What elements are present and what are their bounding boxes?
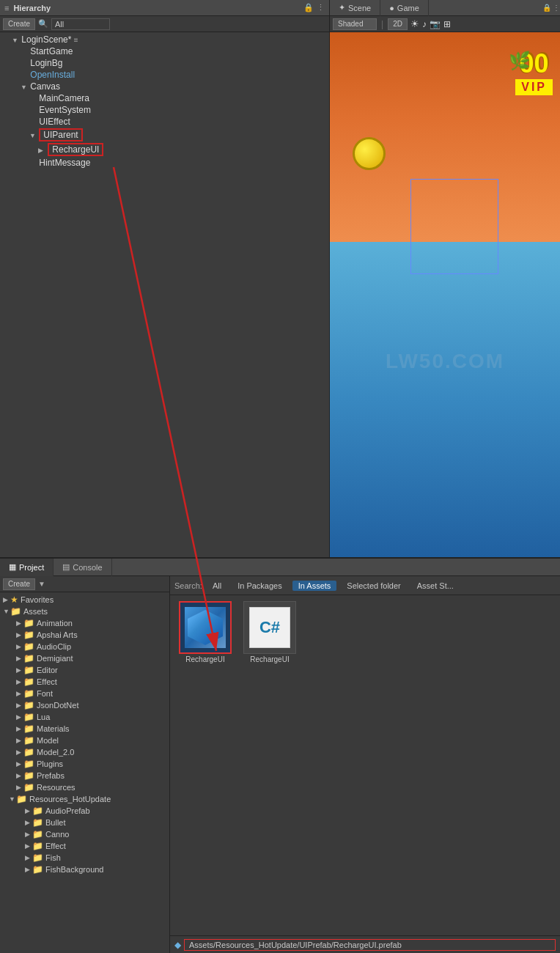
hierarchy-item-startgame[interactable]: StartGame — [0, 45, 329, 57]
scene-tabs-bar: ✦ Scene ● Game 🔒 ⋮ — [330, 0, 560, 16]
asset-rechargeui-cs[interactable]: C# RechargeUI — [240, 601, 299, 663]
top-area: ≡ Hierarchy 🔒 ⋮ Create 🔍 ▼ LoginScene* ≡… — [0, 0, 560, 557]
folder-materials[interactable]: ▶ 📁 Materials — [0, 723, 169, 735]
folder-fish[interactable]: ▶ 📁 Fish — [0, 852, 169, 864]
tab-console[interactable]: ▤ Console — [54, 559, 111, 576]
folder-model20[interactable]: ▶ 📁 Model_2.0 — [0, 746, 169, 758]
folder-icon: 📁 — [23, 782, 34, 792]
prefab-icon-wrap — [179, 601, 232, 654]
scene-toolbar: Shaded | 2D ☀ ♪ 📷 ⊞ — [330, 16, 560, 32]
hierarchy-item-hintmessage[interactable]: HintMessage — [0, 157, 329, 169]
project-toolbar: Create ▼ — [0, 576, 169, 592]
folder-icon: 📁 — [23, 688, 34, 699]
hierarchy-item-canvas[interactable]: ▼ Canvas — [0, 81, 329, 92]
folder-plugins[interactable]: ▶ 📁 Plugins — [0, 758, 169, 770]
hierarchy-item-loginbg[interactable]: LoginBg — [0, 57, 329, 69]
prefab-cube-icon — [185, 607, 226, 648]
project-tree: ▶ ★ Favorites ▼ 📁 Assets ▶ 📁 Animation — [0, 592, 169, 953]
2d-button[interactable]: 2D — [388, 18, 408, 30]
hierarchy-content: ▼ LoginScene* ≡ StartGame LoginBg OpenIn… — [0, 32, 329, 557]
folder-icon: 📁 — [32, 853, 43, 863]
folder-icon: 📁 — [23, 712, 34, 722]
scene-view: 00 🌿 VIP LW50.COM — [330, 32, 560, 557]
favorites-item[interactable]: ▶ ★ Favorites — [0, 594, 169, 606]
folder-icon: 📁 — [23, 677, 34, 687]
folder-canno[interactable]: ▶ 📁 Canno — [0, 828, 169, 840]
expand-arrow: ▼ — [12, 37, 19, 44]
folder-resources[interactable]: ▶ 📁 Resources — [0, 781, 169, 793]
hierarchy-item-rechargeui[interactable]: ▶ RechargeUI — [0, 142, 329, 157]
folder-audioclip[interactable]: ▶ 📁 AudioClip — [0, 641, 169, 652]
folder-jsondotnet[interactable]: ▶ 📁 JsonDotNet — [0, 699, 169, 711]
hierarchy-panel: ≡ Hierarchy 🔒 ⋮ Create 🔍 ▼ LoginScene* ≡… — [0, 0, 330, 557]
folder-editor[interactable]: ▶ 📁 Editor — [0, 664, 169, 676]
game-icon: ● — [389, 4, 394, 12]
folder-icon: 📁 — [23, 665, 34, 675]
assets-main-panel: Search: All In Packages In Assets Select… — [170, 576, 560, 953]
hierarchy-toolbar: Create 🔍 — [0, 16, 329, 32]
assets-search-bar: Search: All In Packages In Assets Select… — [170, 576, 560, 595]
vip-display: 00 🌿 VIP — [515, 47, 553, 95]
folder-prefabs[interactable]: ▶ 📁 Prefabs — [0, 770, 169, 781]
folder-apshai[interactable]: ▶ 📁 Apshai Arts — [0, 629, 169, 641]
cs-label: RechargeUI — [250, 655, 289, 663]
list-icon: ⋮ — [317, 3, 325, 12]
watermark-text: LW50.COM — [386, 350, 504, 373]
star-icon: ★ — [10, 595, 18, 605]
folder-demigiant[interactable]: ▶ 📁 Demigiant — [0, 652, 169, 664]
project-icon: ▦ — [9, 562, 16, 572]
tab-game[interactable]: ● Game — [380, 0, 429, 16]
folder-audioprefab[interactable]: ▶ 📁 AudioPrefab — [0, 805, 169, 817]
folder-effect-sub[interactable]: ▶ 📁 Effect — [0, 840, 169, 852]
assets-content-area: RechargeUI C# RechargeUI — [170, 595, 560, 935]
tab-project[interactable]: ▦ Project — [0, 559, 54, 576]
floor-surface — [330, 242, 560, 557]
scene-header-icons: 🔒 ⋮ — [542, 4, 560, 12]
folder-lua[interactable]: ▶ 📁 Lua — [0, 711, 169, 723]
folder-effect[interactable]: ▶ 📁 Effect — [0, 676, 169, 688]
folder-resources-hotupdate[interactable]: ▼ 📁 Resources_HotUpdate — [0, 793, 169, 805]
project-create-button[interactable]: Create — [3, 578, 35, 590]
folder-fishbg[interactable]: ▶ 📁 FishBackground — [0, 864, 169, 875]
hierarchy-scene-root[interactable]: ▼ LoginScene* ≡ — [0, 34, 329, 45]
folder-icon: 📁 — [23, 770, 34, 781]
filter-selected-button[interactable]: Selected folder — [341, 581, 406, 591]
folder-icon: 📁 — [23, 641, 34, 652]
asset-rechargeui-prefab[interactable]: RechargeUI — [176, 601, 235, 663]
folder-icon: 📁 — [16, 794, 27, 804]
hierarchy-item-openinstall[interactable]: OpenInstall — [0, 69, 329, 81]
shaded-dropdown[interactable]: Shaded — [333, 18, 377, 30]
folder-bullet[interactable]: ▶ 📁 Bullet — [0, 817, 169, 828]
folder-font[interactable]: ▶ 📁 Font — [0, 688, 169, 699]
bottom-tabs-bar: ▦ Project ▤ Console — [0, 559, 560, 576]
dropdown-arrow-icon: ▼ — [38, 580, 45, 588]
folder-model[interactable]: ▶ 📁 Model — [0, 735, 169, 746]
audio-icon: ♪ — [422, 19, 427, 29]
scene-menu-icon: ≡ — [74, 36, 78, 44]
filter-packages-button[interactable]: In Packages — [232, 581, 288, 591]
filter-asset-store-button[interactable]: Asset St... — [411, 581, 460, 591]
hierarchy-create-button[interactable]: Create — [3, 18, 35, 30]
status-bar: ◆ Assets/Resources_HotUpdate/UIPrefab/Re… — [170, 935, 560, 953]
assets-root-item[interactable]: ▼ 📁 Assets — [0, 606, 169, 617]
hierarchy-search-input[interactable] — [51, 18, 110, 30]
vip-label: VIP — [515, 79, 553, 95]
hierarchy-item-maincamera[interactable]: MainCamera — [0, 92, 329, 104]
scene-icon: ✦ — [339, 3, 345, 12]
hierarchy-item-uieffect[interactable]: UIEffect — [0, 116, 329, 128]
hierarchy-item-uiparent[interactable]: ▼ UIParent — [0, 128, 329, 142]
light-icon: ☀ — [410, 18, 419, 29]
hierarchy-title: Hierarchy — [13, 4, 51, 12]
folder-icon: 📁 — [23, 735, 34, 746]
hierarchy-item-eventsystem[interactable]: EventSystem — [0, 104, 329, 116]
folder-icon: 📁 — [23, 700, 34, 710]
scene-name-label: LoginScene* — [21, 34, 71, 45]
folder-icon: 📁 — [23, 724, 34, 734]
folder-animation[interactable]: ▶ 📁 Animation — [0, 617, 169, 629]
folder-icon: 📁 — [32, 817, 43, 828]
filter-all-button[interactable]: All — [207, 581, 227, 591]
filter-assets-button[interactable]: In Assets — [292, 581, 337, 591]
assets-folder-icon: 📁 — [10, 606, 21, 617]
folder-icon: 📁 — [32, 864, 43, 875]
tab-scene[interactable]: ✦ Scene — [330, 0, 380, 16]
